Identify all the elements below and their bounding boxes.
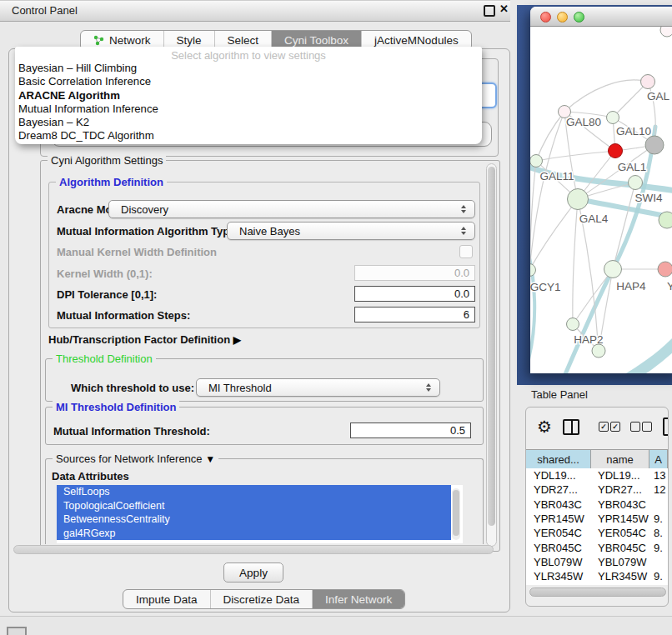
table-cell: 9. — [649, 512, 668, 525]
network-node[interactable] — [645, 136, 664, 154]
expand-right-icon[interactable]: ▶ — [233, 334, 241, 346]
table-cell: YBR045C — [526, 542, 591, 554]
table-cell: 12 — [649, 483, 668, 496]
mi-algorithm-type-label: Mutual Information Algorithm Type: — [57, 225, 239, 238]
which-threshold-combo[interactable]: MI Threshold — [196, 378, 440, 397]
checked-column-icon[interactable]: ✓ — [599, 422, 609, 432]
network-node-gal[interactable] — [641, 75, 655, 89]
algorithm-option-dream8-dc-tdc-algorithm[interactable]: Dream8 DC_TDC Algorithm — [15, 129, 482, 142]
zoom-traffic-light-icon[interactable] — [574, 12, 584, 22]
algorithm-dropdown-list: Bayesian – Hill ClimbingBasic Correlatio… — [15, 62, 482, 143]
manual-kernel-label: Manual Kernel Width Definition — [57, 246, 217, 258]
table-row[interactable]: YPR145WYPR145W9. — [526, 512, 668, 526]
collapse-down-icon[interactable]: ▼ — [205, 453, 215, 465]
app-root: Control Panel ✕ NetworkStyleSelectCyni T… — [0, 0, 672, 635]
table-horizontal-scrollbar[interactable] — [529, 588, 666, 597]
checked-column-icon[interactable]: ✓ — [610, 422, 620, 432]
table-cell: YLR345W — [526, 570, 591, 582]
split-view-icon[interactable] — [563, 419, 579, 435]
network-node-gal1[interactable] — [609, 144, 623, 158]
table-row[interactable]: YER054CYER054C8. — [526, 526, 668, 540]
network-node-gal10[interactable] — [607, 112, 619, 124]
algorithm-option-bayesian-k2[interactable]: Bayesian – K2 — [15, 116, 482, 129]
network-graph[interactable]: GALGAL80GAL10GAL1GAL11SWI4GAL4GCY1HAP4YH… — [530, 27, 672, 373]
table-row[interactable]: YIL053CYIL053C9 — [526, 583, 668, 585]
table-row[interactable]: YLR345WYLR345W9. — [526, 569, 668, 583]
scrollbar-thumb[interactable] — [488, 167, 495, 526]
table-cell: YER054C — [526, 527, 591, 539]
attribute-item-selfloops[interactable]: SelfLoops — [57, 485, 451, 499]
minimize-traffic-light-icon[interactable] — [557, 12, 568, 22]
network-node[interactable] — [659, 212, 672, 228]
tab-discretize-data[interactable]: Discretize Data — [211, 590, 313, 608]
sources-group-title[interactable]: Sources for Network Inference ▼ — [53, 452, 218, 465]
network-canvas[interactable]: GALGAL80GAL10GAL1GAL11SWI4GAL4GCY1HAP4YH… — [530, 27, 672, 373]
tab-infer-network[interactable]: Infer Network — [313, 590, 404, 608]
float-window-icon[interactable] — [484, 5, 495, 17]
unchecked-column-icon[interactable] — [642, 422, 652, 432]
attribute-item-gal4rgexp[interactable]: gal4RGexp — [57, 527, 451, 541]
table-cell: 9. — [649, 570, 668, 582]
network-node-swi4[interactable] — [629, 176, 643, 190]
table-cell: YPR145W — [591, 512, 649, 525]
table-row[interactable]: YBR045CYBR045C9. — [526, 540, 668, 554]
network-node-hap2[interactable] — [567, 318, 579, 331]
table-cell: 9. — [649, 542, 668, 554]
algorithm-dropdown: Select algorithm to view settings Bayesi… — [15, 47, 482, 144]
network-edge — [564, 80, 648, 112]
gear-icon[interactable]: ⚙ — [537, 418, 552, 436]
corner-grip[interactable] — [7, 627, 27, 635]
mi-threshold-label: Mutual Information Threshold: — [53, 425, 210, 438]
combo-arrows-icon — [457, 205, 470, 213]
scrollbar-thumb[interactable] — [453, 490, 459, 536]
table-row[interactable]: YBR043CYBR043C — [526, 498, 668, 512]
table-row[interactable]: YBL079WYBL079W — [526, 555, 668, 569]
mi-threshold-field[interactable]: 0.5 — [350, 422, 471, 438]
column-header-a[interactable]: A — [649, 450, 668, 468]
column-header-name[interactable]: name — [591, 450, 649, 468]
data-attributes-list[interactable]: SelfLoopsTopologicalCoefficientBetweenne… — [57, 485, 463, 543]
table-row[interactable]: YDL19...YDL19...13 — [526, 468, 668, 482]
tab-label: Select — [228, 34, 259, 47]
kernel-width-field[interactable]: 0.0 — [354, 265, 475, 281]
attributes-scrollbar[interactable] — [452, 488, 460, 540]
algorithm-option-basic-correlation-inference[interactable]: Basic Correlation Inference — [15, 75, 482, 88]
aracne-mode-combo[interactable]: Discovery — [108, 200, 475, 218]
hub-definition-label[interactable]: Hub/Transcription Factor Definition ▶ — [48, 333, 241, 346]
attribute-item-betweennesscentrality[interactable]: BetweennessCentrality — [57, 512, 451, 527]
network-node-label: GAL80 — [566, 116, 601, 128]
network-node[interactable] — [660, 27, 672, 37]
tab-label: jActiveMNodules — [374, 34, 459, 47]
close-traffic-light-icon[interactable] — [540, 12, 551, 22]
settings-vertical-scrollbar[interactable] — [486, 163, 497, 547]
network-node-hap4[interactable] — [604, 261, 622, 278]
mi-algorithm-type-combo[interactable]: Naive Bayes — [227, 222, 475, 240]
apply-button[interactable]: Apply — [223, 562, 283, 582]
close-window-icon[interactable]: ✕ — [499, 2, 509, 15]
network-icon — [93, 35, 104, 46]
dpi-tolerance-label: DPI Tolerance [0,1]: — [57, 288, 157, 301]
algorithm-option-bayesian-hill-climbing[interactable]: Bayesian – Hill Climbing — [15, 62, 482, 75]
network-node-gcy1[interactable] — [530, 264, 536, 277]
column-header-shared[interactable]: shared... — [526, 450, 591, 468]
attribute-item-topologicalcoefficient[interactable]: TopologicalCoefficient — [57, 499, 451, 513]
manual-kernel-checkbox[interactable] — [459, 245, 473, 258]
document-icon[interactable] — [663, 418, 669, 436]
dpi-tolerance-field[interactable]: 0.0 — [354, 286, 475, 302]
network-node-gal11[interactable] — [530, 155, 543, 168]
table-cell: YDL19... — [591, 469, 649, 482]
tab-impute-data[interactable]: Impute Data — [123, 590, 211, 608]
table-row[interactable]: YDR27...YDR27...12 — [526, 482, 668, 497]
table-toolbar: ⚙ ✓ ✓ — [526, 416, 668, 442]
network-node[interactable] — [592, 344, 605, 358]
algorithm-option-aracne-algorithm[interactable]: ARACNE Algorithm — [15, 89, 482, 102]
network-node-gal4[interactable] — [568, 189, 589, 210]
mi-threshold-value: 0.5 — [450, 424, 465, 437]
network-node-y[interactable] — [658, 262, 672, 277]
algorithm-option-mutual-information-inference[interactable]: Mutual Information Inference — [15, 102, 482, 116]
settings-horizontal-scrollbar[interactable] — [13, 545, 494, 554]
network-window-titlebar[interactable] — [530, 7, 672, 27]
mi-threshold-group-title: MI Threshold Definition — [53, 401, 179, 413]
unchecked-column-icon[interactable] — [630, 422, 640, 432]
mi-steps-field[interactable]: 6 — [354, 307, 475, 322]
